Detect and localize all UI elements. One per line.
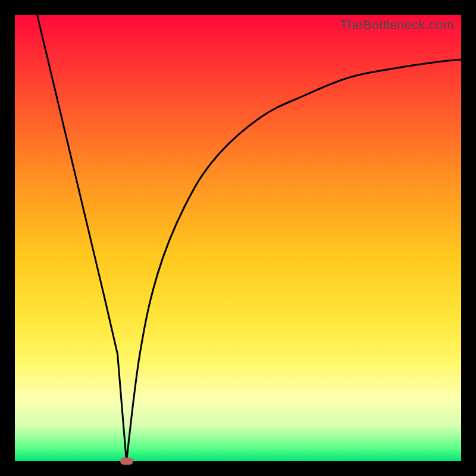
minimum-marker [120, 458, 133, 465]
curve-svg [15, 15, 461, 461]
bottleneck-curve [37, 15, 462, 461]
chart-area: TheBottleneck.com [15, 15, 461, 461]
